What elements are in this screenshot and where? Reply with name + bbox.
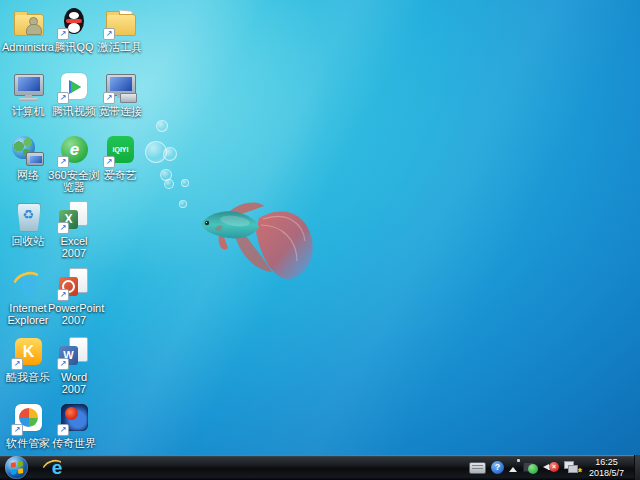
desktop-icon-label: 爱奇艺 bbox=[94, 169, 146, 181]
desktop-icon-tencent-qq[interactable]: ↗ 腾讯QQ bbox=[48, 6, 100, 53]
shortcut-arrow-icon: ↗ bbox=[103, 28, 115, 40]
computer-icon bbox=[11, 70, 45, 104]
tencent-video-icon: ↗ bbox=[57, 70, 91, 104]
folder-icon: ↗ bbox=[103, 6, 137, 40]
desktop-icon-label: Internet Explorer bbox=[2, 302, 54, 326]
shortcut-arrow-icon: ↗ bbox=[103, 92, 115, 104]
desktop-icon-label: 网络 bbox=[2, 169, 54, 181]
desktop[interactable]: Administra... 计算机 网络 ♻ 回收站 e Internet Ex… bbox=[0, 0, 640, 480]
desktop-icon-excel[interactable]: X ↗ Excel 2007 bbox=[48, 200, 100, 259]
desktop-icon-label: Administra... bbox=[2, 41, 54, 53]
windows-flag-icon bbox=[11, 461, 23, 475]
qq-penguin-icon: ↗ bbox=[57, 6, 91, 40]
desktop-icon-360-browser[interactable]: e ↗ 360安全浏览器 bbox=[48, 134, 100, 193]
desktop-icon-administrator[interactable]: Administra... bbox=[2, 6, 54, 53]
desktop-icon-recycle-bin[interactable]: ♻ 回收站 bbox=[2, 200, 54, 247]
clock-date: 2018/5/7 bbox=[589, 468, 624, 479]
start-button[interactable] bbox=[5, 456, 28, 479]
shortcut-arrow-icon: ↗ bbox=[57, 28, 69, 40]
desktop-icon-label: 腾讯视频 bbox=[48, 105, 100, 117]
betta-fish-wallpaper-art bbox=[197, 197, 329, 293]
desktop-icon-tencent-video[interactable]: ↗ 腾讯视频 bbox=[48, 70, 100, 117]
taskbar-clock[interactable]: 16:25 2018/5/7 bbox=[585, 457, 629, 479]
iqiyi-icon: iQIYI ↗ bbox=[103, 134, 137, 168]
desktop-icon-label: 酷我音乐 bbox=[2, 371, 54, 383]
desktop-icon-label: PowerPoint 2007 bbox=[48, 302, 100, 326]
desktop-icon-label: 360安全浏览器 bbox=[48, 169, 100, 193]
shortcut-arrow-icon: ↗ bbox=[11, 358, 23, 370]
desktop-icon-label: 腾讯QQ bbox=[48, 41, 100, 53]
desktop-icon-software-manager[interactable]: ↗ 软件管家 bbox=[2, 402, 54, 449]
ie-icon: e bbox=[11, 267, 45, 301]
shortcut-arrow-icon: ↗ bbox=[57, 92, 69, 104]
audio-muted-icon[interactable]: × bbox=[543, 461, 559, 474]
bubble bbox=[163, 147, 177, 161]
desktop-icon-label: 回收站 bbox=[2, 235, 54, 247]
bubble bbox=[164, 179, 174, 189]
word-icon: W ↗ bbox=[57, 336, 91, 370]
taskbar: e ? × * 16:25 2018/5/7 bbox=[0, 455, 640, 480]
system-tray: ? × * 16:25 2018/5/7 bbox=[469, 455, 640, 480]
shortcut-arrow-icon: ↗ bbox=[11, 424, 23, 436]
recycle-bin-icon: ♻ bbox=[11, 200, 45, 234]
shortcut-arrow-icon: ↗ bbox=[57, 289, 69, 301]
help-icon[interactable]: ? bbox=[491, 461, 504, 474]
shortcut-arrow-icon: ↗ bbox=[57, 156, 69, 168]
network-warning-icon[interactable]: * bbox=[564, 461, 580, 475]
clock-time: 16:25 bbox=[589, 457, 624, 468]
desktop-icon-activation-tools[interactable]: ↗ 激活工具 bbox=[94, 6, 146, 53]
desktop-icon-label: 传奇世界 bbox=[48, 437, 100, 449]
user-folder-icon bbox=[11, 6, 45, 40]
bubble bbox=[179, 200, 187, 208]
desktop-icon-computer[interactable]: 计算机 bbox=[2, 70, 54, 117]
network-globe-icon bbox=[11, 134, 45, 168]
kuwo-music-icon: K ↗ bbox=[11, 336, 45, 370]
security-green-icon[interactable] bbox=[523, 461, 538, 474]
powerpoint-icon: ↗ bbox=[57, 267, 91, 301]
desktop-icon-label: Excel 2007 bbox=[48, 235, 100, 259]
desktop-icon-label: 激活工具 bbox=[94, 41, 146, 53]
shortcut-arrow-icon: ↗ bbox=[103, 156, 115, 168]
desktop-icon-woool-game[interactable]: ↗ 传奇世界 bbox=[48, 402, 100, 449]
input-keyboard-icon[interactable] bbox=[469, 462, 486, 474]
desktop-icon-label: 软件管家 bbox=[2, 437, 54, 449]
bubble bbox=[156, 120, 168, 132]
software-manager-icon: ↗ bbox=[11, 402, 45, 436]
shortcut-arrow-icon: ↗ bbox=[57, 358, 69, 370]
show-desktop-button[interactable] bbox=[634, 455, 640, 480]
desktop-icon-powerpoint[interactable]: ↗ PowerPoint 2007 bbox=[48, 267, 100, 326]
desktop-icon-kuwo-music[interactable]: K ↗ 酷我音乐 bbox=[2, 336, 54, 383]
bubble bbox=[181, 179, 189, 187]
desktop-icon-label: 宽带连接 bbox=[94, 105, 146, 117]
desktop-icon-internet-explorer[interactable]: e Internet Explorer bbox=[2, 267, 54, 326]
shortcut-arrow-icon: ↗ bbox=[57, 424, 69, 436]
shortcut-arrow-icon: ↗ bbox=[57, 222, 69, 234]
show-hidden-icons-button[interactable] bbox=[509, 464, 518, 472]
woool-game-icon: ↗ bbox=[57, 402, 91, 436]
desktop-icon-broadband[interactable]: ↗ 宽带连接 bbox=[94, 70, 146, 117]
360-browser-icon: e ↗ bbox=[57, 134, 91, 168]
desktop-icon-word[interactable]: W ↗ Word 2007 bbox=[48, 336, 100, 395]
excel-icon: X ↗ bbox=[57, 200, 91, 234]
desktop-icon-iqiyi[interactable]: iQIYI ↗ 爱奇艺 bbox=[94, 134, 146, 181]
broadband-icon: ↗ bbox=[103, 70, 137, 104]
desktop-icon-label: 计算机 bbox=[2, 105, 54, 117]
desktop-icon-label: Word 2007 bbox=[48, 371, 100, 395]
desktop-icon-network[interactable]: 网络 bbox=[2, 134, 54, 181]
taskbar-ie-button[interactable]: e bbox=[42, 457, 72, 478]
